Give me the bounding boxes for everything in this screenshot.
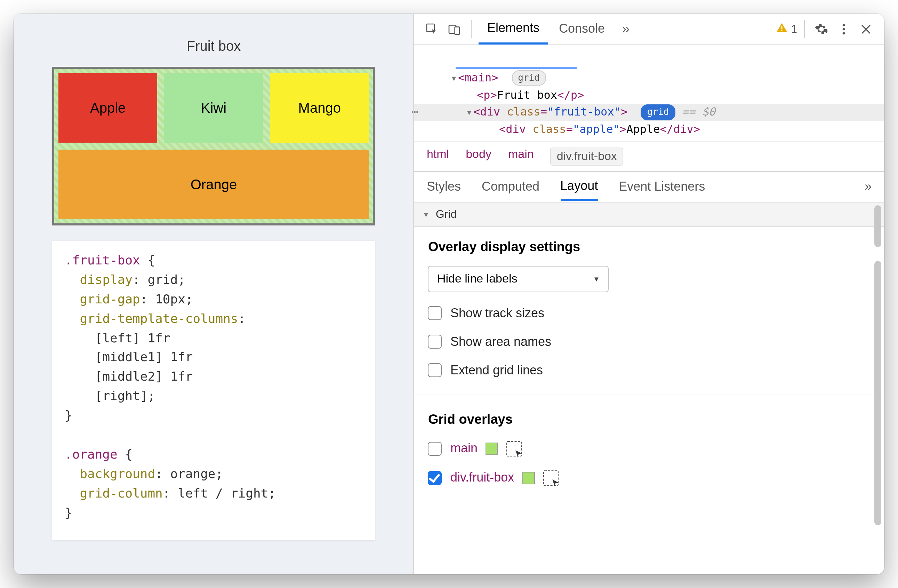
color-swatch[interactable] [486, 443, 498, 455]
tab-console[interactable]: Console [550, 15, 613, 43]
page-preview-pane: Fruit box Apple Kiwi Mango Orange .fruit… [14, 14, 414, 574]
section-header-grid[interactable]: Grid [414, 203, 884, 227]
dom-row-apple[interactable]: <div class="apple">Apple</div> [424, 121, 884, 139]
sidebar-tabs: Styles Computed Layout Event Listeners » [414, 172, 884, 203]
scrollbar-thumb[interactable] [874, 261, 881, 525]
svg-point-5 [843, 24, 845, 26]
checkbox-label: Show track sizes [451, 306, 544, 321]
tab-elements[interactable]: Elements [479, 14, 548, 44]
close-icon[interactable] [856, 19, 876, 38]
warnings-badge[interactable]: 1 [776, 21, 797, 37]
svg-rect-4 [781, 29, 783, 31]
line-labels-select[interactable]: Hide line labels [428, 266, 609, 292]
dom-row[interactable] [424, 49, 884, 69]
svg-rect-3 [781, 26, 783, 29]
overlay-row-fruit-box[interactable]: div.fruit-box [428, 470, 870, 486]
subtabs-overflow-icon[interactable]: » [865, 180, 872, 194]
svg-rect-2 [455, 26, 460, 34]
highlight-element-icon[interactable] [543, 470, 558, 486]
breadcrumb: html body main div.fruit-box [414, 141, 884, 172]
grid-badge[interactable]: grid [512, 70, 546, 86]
cell-kiwi: Kiwi [164, 73, 263, 143]
grid-overlays-heading: Grid overlays [428, 412, 870, 427]
inspect-icon[interactable] [423, 19, 442, 38]
devtools-pane: Elements Console » 1 [414, 14, 884, 574]
svg-point-7 [843, 32, 845, 34]
css-selector: .fruit-box [65, 252, 140, 267]
overlay-row-main[interactable]: main [428, 441, 870, 457]
subtab-layout[interactable]: Layout [560, 179, 598, 202]
checkbox-icon[interactable] [428, 306, 442, 320]
section-title: Grid [436, 208, 457, 220]
toolbar-divider [471, 20, 472, 38]
warning-icon [776, 21, 788, 37]
checkbox-label: Show area names [451, 335, 551, 349]
devtools-window: Fruit box Apple Kiwi Mango Orange .fruit… [14, 14, 884, 574]
warning-count: 1 [791, 23, 797, 35]
css-selector: .orange [65, 447, 118, 461]
dom-tree[interactable]: <main> grid <p>Fruit box</p> ⋯ <div clas… [414, 45, 884, 141]
cell-mango: Mango [270, 73, 369, 143]
dom-row-main[interactable]: <main> grid [424, 69, 884, 87]
devtools-main-toolbar: Elements Console » 1 [414, 14, 884, 45]
checkbox-area-names[interactable]: Show area names [428, 335, 870, 349]
dom-row-selected[interactable]: ⋯ <div class="fruit-box"> grid == $0 [414, 104, 884, 122]
overlay-label: main [451, 442, 478, 456]
checkbox-extend-lines[interactable]: Extend grid lines [428, 363, 870, 378]
color-swatch[interactable] [522, 472, 535, 484]
svg-point-6 [843, 28, 845, 30]
cell-apple: Apple [58, 73, 157, 143]
breadcrumb-item[interactable]: html [427, 148, 449, 166]
select-value: Hide line labels [437, 272, 518, 285]
dom-row-p[interactable]: <p>Fruit box</p> [424, 87, 884, 104]
checkbox-icon[interactable] [428, 363, 442, 377]
cell-orange: Orange [58, 149, 369, 219]
tabs-overflow-icon[interactable]: » [616, 19, 635, 38]
checkbox-icon[interactable] [428, 442, 442, 456]
overlay-label: div.fruit-box [451, 471, 514, 485]
overlay-settings-heading: Overlay display settings [428, 239, 870, 255]
checkbox-track-sizes[interactable]: Show track sizes [428, 306, 870, 321]
section-separator [414, 394, 884, 395]
fruit-box-grid: Apple Kiwi Mango Orange [52, 67, 375, 225]
dollar-zero: == $0 [682, 105, 715, 119]
checkbox-label: Extend grid lines [451, 363, 543, 378]
breadcrumb-item[interactable]: main [508, 148, 534, 166]
gear-icon[interactable] [812, 19, 831, 38]
subtab-events[interactable]: Event Listeners [619, 180, 705, 194]
device-toggle-icon[interactable] [445, 19, 464, 38]
scrollbar[interactable] [874, 205, 881, 571]
subtab-computed[interactable]: Computed [482, 180, 540, 194]
layout-panel: Grid Overlay display settings Hide line … [414, 203, 884, 574]
breadcrumb-item[interactable]: body [466, 148, 491, 166]
toolbar-divider [804, 20, 805, 38]
grid-badge-active[interactable]: grid [641, 105, 675, 120]
page-title: Fruit box [187, 38, 241, 54]
subtab-styles[interactable]: Styles [427, 180, 461, 194]
more-actions-icon[interactable]: ⋯ [411, 104, 420, 122]
checkbox-icon[interactable] [428, 335, 442, 349]
css-code-block: .fruit-box { display: grid; grid-gap: 10… [52, 241, 375, 540]
kebab-icon[interactable] [834, 19, 853, 38]
scrollbar-thumb[interactable] [874, 205, 881, 247]
checkbox-icon[interactable] [428, 471, 442, 485]
breadcrumb-item-active[interactable]: div.fruit-box [550, 148, 623, 166]
highlight-element-icon[interactable] [507, 441, 522, 457]
